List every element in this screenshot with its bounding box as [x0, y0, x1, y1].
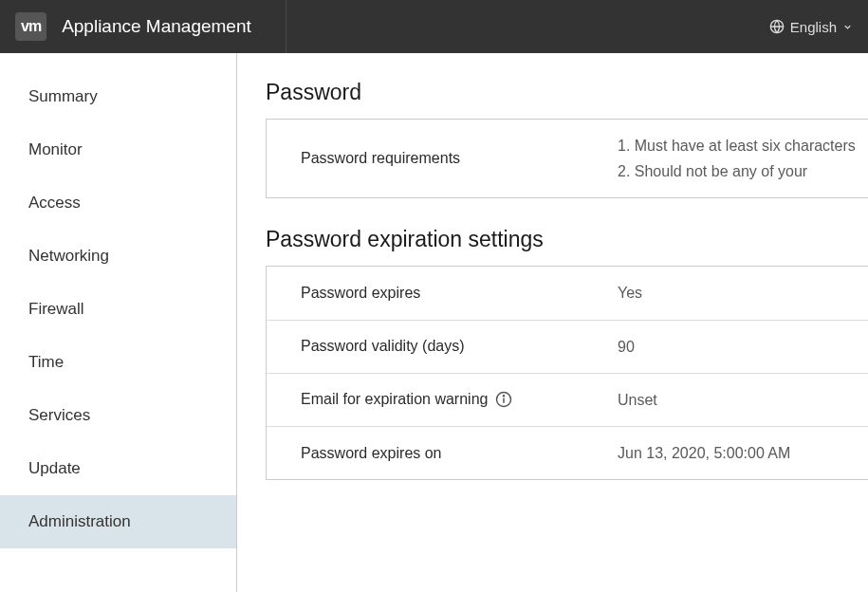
expiration-panel: Password expires Yes Password validity (…: [266, 266, 868, 480]
expires-label: Password expires: [267, 280, 618, 305]
sidebar-item-access[interactable]: Access: [0, 176, 236, 230]
password-panel: Password requirements 1. Must have at le…: [266, 119, 868, 198]
sidebar: Summary Monitor Access Networking Firewa…: [0, 53, 237, 592]
password-section-title: Password: [266, 80, 868, 105]
sidebar-item-networking[interactable]: Networking: [0, 230, 236, 283]
email-warning-row: Email for expiration warning Unset: [267, 374, 868, 427]
email-warning-value: Unset: [618, 387, 657, 413]
sidebar-item-time[interactable]: Time: [0, 336, 236, 389]
password-requirements-row: Password requirements 1. Must have at le…: [267, 120, 868, 197]
validity-row: Password validity (days) 90: [267, 321, 868, 374]
expires-on-value: Jun 13, 2020, 5:00:00 AM: [618, 440, 790, 466]
header-divider: [286, 0, 286, 53]
globe-icon: [769, 19, 785, 34]
sidebar-item-firewall[interactable]: Firewall: [0, 283, 236, 336]
requirement-item: 2. Should not be any of your: [618, 158, 856, 184]
language-selector[interactable]: English: [769, 19, 853, 35]
password-requirements-label: Password requirements: [267, 133, 618, 184]
expires-row: Password expires Yes: [267, 267, 868, 320]
sidebar-item-administration[interactable]: Administration: [0, 495, 236, 548]
vmware-logo: vm: [15, 12, 46, 41]
chevron-down-icon: [842, 22, 853, 32]
info-icon[interactable]: [495, 391, 512, 408]
validity-value: 90: [618, 334, 635, 360]
language-label: English: [790, 19, 837, 35]
main-content: Password Password requirements 1. Must h…: [237, 53, 868, 592]
expires-on-row: Password expires on Jun 13, 2020, 5:00:0…: [267, 427, 868, 479]
validity-label: Password validity (days): [267, 334, 618, 360]
header-bar: vm Appliance Management English: [0, 0, 868, 53]
requirement-item: 1. Must have at least six characters: [618, 133, 856, 158]
expiration-section-title: Password expiration settings: [266, 227, 868, 252]
sidebar-item-summary[interactable]: Summary: [0, 70, 236, 123]
sidebar-item-monitor[interactable]: Monitor: [0, 123, 236, 176]
sidebar-item-update[interactable]: Update: [0, 442, 236, 495]
svg-point-3: [504, 396, 505, 397]
header-left: vm Appliance Management: [15, 0, 305, 53]
expires-on-label: Password expires on: [267, 440, 618, 466]
expires-value: Yes: [618, 280, 642, 305]
email-warning-label: Email for expiration warning: [267, 387, 618, 413]
password-requirements-value: 1. Must have at least six characters 2. …: [618, 133, 856, 184]
app-title: Appliance Management: [62, 16, 251, 37]
sidebar-item-services[interactable]: Services: [0, 389, 236, 442]
